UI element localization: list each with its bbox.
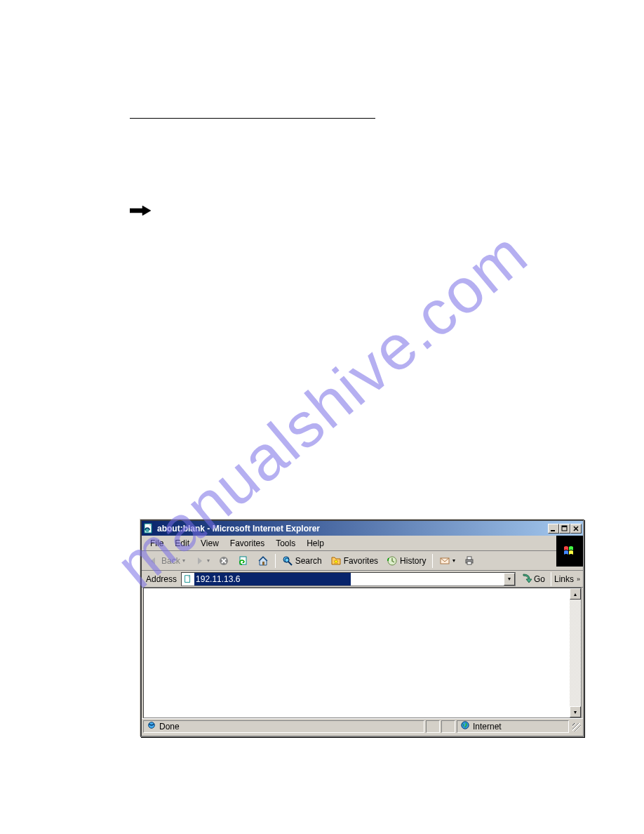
resize-grip[interactable] (570, 721, 582, 732)
maximize-button[interactable] (559, 524, 570, 534)
scroll-track[interactable] (570, 600, 581, 706)
ie-small-icon (147, 720, 156, 732)
address-bar: Address 192.11.13.6 ▾ Go Links » (142, 571, 583, 588)
favorites-label: Favorites (344, 556, 378, 566)
menu-view[interactable]: View (195, 537, 224, 550)
refresh-button[interactable] (234, 554, 253, 568)
close-button[interactable] (570, 524, 582, 534)
stop-button[interactable] (215, 554, 233, 568)
back-arrow-icon (148, 555, 159, 567)
page-icon (182, 573, 194, 585)
svg-rect-6 (562, 526, 567, 527)
menu-tools[interactable]: Tools (270, 537, 301, 550)
links-label[interactable]: Links (554, 574, 574, 584)
history-label: History (400, 556, 426, 566)
mail-icon (439, 555, 450, 567)
print-icon (464, 555, 475, 567)
vertical-scrollbar[interactable]: ▴ ▾ (570, 588, 581, 717)
minimize-button[interactable] (548, 524, 559, 534)
status-pane-blank1 (426, 720, 440, 733)
back-button[interactable]: Back ▾ (145, 554, 189, 568)
toolbar-separator (551, 572, 551, 586)
heading-underline (130, 118, 375, 119)
menu-favorites[interactable]: Favorites (224, 537, 270, 550)
mail-button[interactable]: ▾ (436, 554, 459, 568)
toolbar: Back ▾ ▾ Sea (142, 551, 583, 571)
print-button[interactable] (460, 554, 478, 568)
svg-rect-15 (467, 557, 471, 560)
globe-icon (460, 720, 470, 732)
stop-icon (218, 555, 229, 567)
search-icon (282, 555, 293, 567)
address-combo[interactable]: 192.11.13.6 ▾ (181, 572, 516, 586)
scroll-down-button[interactable]: ▾ (570, 706, 581, 717)
chevron-down-icon: ▾ (182, 557, 185, 564)
svg-rect-17 (185, 575, 190, 582)
address-blank[interactable] (351, 573, 504, 585)
windows-flag-icon (556, 536, 583, 567)
history-icon (387, 555, 398, 567)
go-button[interactable]: Go (518, 574, 548, 585)
search-label: Search (295, 556, 322, 566)
home-icon (257, 555, 269, 567)
back-label: Back (161, 556, 180, 566)
address-dropdown-button[interactable]: ▾ (504, 573, 515, 585)
svg-rect-9 (262, 562, 264, 565)
svg-rect-16 (467, 562, 471, 564)
menu-help[interactable]: Help (301, 537, 330, 550)
security-zone-pane: Internet (457, 720, 569, 733)
statusbar: Done Internet (142, 718, 583, 734)
zone-text: Internet (473, 722, 502, 732)
status-text-pane: Done (143, 720, 424, 733)
svg-rect-1 (130, 211, 142, 213)
titlebar[interactable]: about:blank - Microsoft Internet Explore… (142, 521, 583, 536)
home-button[interactable] (254, 554, 272, 568)
scroll-up-button[interactable]: ▴ (570, 588, 581, 600)
status-pane-blank2 (441, 720, 455, 733)
history-button[interactable]: History (383, 554, 429, 568)
favorites-button[interactable]: Favorites (327, 554, 382, 568)
favorites-icon (330, 555, 342, 567)
toolbar-separator (275, 554, 276, 568)
address-label: Address (145, 574, 178, 584)
search-button[interactable]: Search (279, 554, 326, 568)
refresh-icon (238, 555, 249, 567)
status-done-text: Done (159, 722, 180, 732)
go-label: Go (534, 574, 545, 584)
note-arrow-icon (130, 206, 151, 216)
chevron-down-icon: ▾ (207, 557, 210, 564)
content-area: ▴ ▾ (143, 588, 582, 718)
menubar: File Edit View Favorites Tools Help (142, 536, 583, 551)
page-content[interactable] (144, 588, 570, 717)
menu-file[interactable]: File (145, 537, 169, 550)
forward-arrow-icon (194, 555, 205, 567)
forward-button[interactable]: ▾ (190, 554, 213, 568)
address-input[interactable]: 192.11.13.6 (194, 573, 350, 585)
ie-window: about:blank - Microsoft Internet Explore… (140, 519, 584, 737)
go-icon (521, 574, 532, 585)
window-title: about:blank - Microsoft Internet Explore… (157, 524, 548, 534)
menu-edit[interactable]: Edit (169, 537, 195, 550)
chevron-right-icon[interactable]: » (577, 576, 580, 583)
svg-rect-4 (551, 530, 555, 531)
ie-page-icon (143, 523, 154, 534)
toolbar-separator (432, 554, 433, 568)
chevron-down-icon: ▾ (452, 557, 455, 564)
svg-rect-0 (130, 208, 142, 210)
